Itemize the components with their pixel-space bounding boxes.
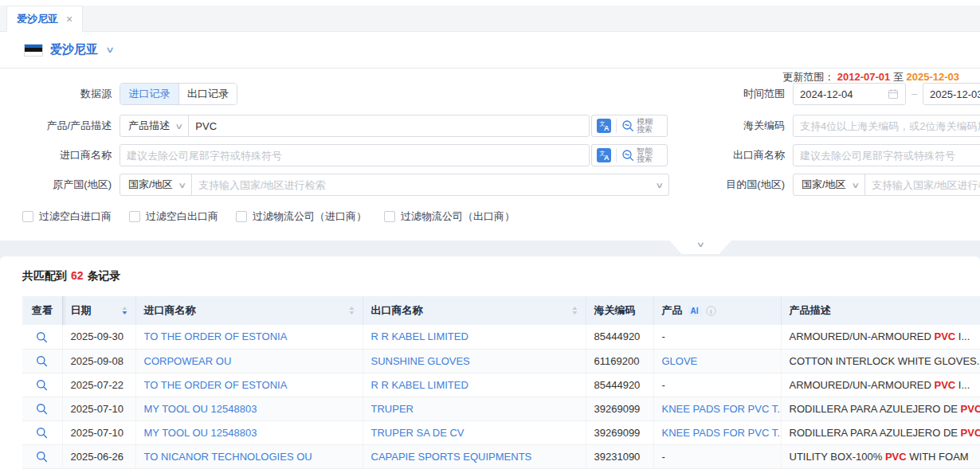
tab-estonia[interactable]: 爱沙尼亚 × — [6, 6, 83, 32]
date-end-input[interactable] — [930, 84, 980, 104]
origin-country-select-value: 国家/地区 — [128, 178, 173, 192]
exporter-field — [793, 144, 980, 166]
dest-country-input[interactable] — [872, 174, 980, 195]
dest-country-select[interactable]: 国家/地区 ∨ — [794, 174, 865, 195]
svg-text:A: A — [604, 154, 610, 162]
column-header-importer: 进口商名称 ▲▼ — [135, 296, 363, 325]
product-tag[interactable]: KNEE PADS FOR PVC T... — [662, 403, 782, 415]
product-tag: - — [662, 330, 665, 342]
row-hs-code: 39269099 — [586, 420, 653, 444]
update-range-end: 2025-12-03 — [907, 71, 960, 83]
exporter-link[interactable]: CAPAPIE SPORTS EQUIPMENTS — [371, 451, 532, 463]
fuzzy-search-button[interactable]: 模糊 搜索 — [621, 118, 653, 134]
calendar-icon[interactable] — [888, 88, 899, 100]
checkbox-icon[interactable] — [236, 211, 247, 222]
close-icon[interactable]: × — [66, 13, 73, 25]
translate-icon[interactable]: 文A — [597, 148, 611, 162]
chevron-down-icon: ∨ — [174, 122, 183, 131]
sort-date-button[interactable]: ▲▼ — [122, 306, 127, 315]
view-record-button[interactable] — [36, 379, 48, 391]
time-range-label: 时间范围 — [685, 83, 785, 105]
row-hs-code: 85444920 — [586, 325, 653, 349]
filter-checkboxes: 过滤空白进口商 过滤空白出口商 过滤物流公司（进口商） 过滤物流公司（出口商） — [22, 209, 515, 224]
date-start-input[interactable] — [800, 84, 888, 104]
exporter-label: 出口商名称 — [685, 144, 785, 166]
column-header-exporter-label: 出口商名称 — [371, 303, 423, 318]
exporter-input[interactable] — [800, 145, 980, 166]
row-hs-code: 85444920 — [586, 373, 653, 397]
checkbox-filter-blank-exporter[interactable]: 过滤空白出口商 — [129, 209, 218, 224]
importer-link[interactable]: MY TOOL OU 12548803 — [144, 403, 257, 415]
importer-link[interactable]: TO THE ORDER OF ESTONIA — [144, 379, 288, 391]
chevron-down-icon: ∨ — [655, 181, 664, 190]
product-tag: - — [662, 451, 665, 463]
importer-link[interactable]: TO THE ORDER OF ESTONIA — [144, 330, 288, 342]
product-input[interactable] — [195, 115, 582, 136]
table-row: 2025-07-10 MY TOOL OU 12548803 TRUPER 39… — [22, 397, 980, 420]
magnifier-icon — [36, 331, 48, 343]
exporter-link[interactable]: SUNSHINE GLOVES — [371, 355, 470, 367]
column-header-description: 产品描述 — [781, 296, 980, 325]
magnifier-icon — [36, 403, 48, 415]
product-type-select[interactable]: 产品描述 ∨ — [120, 115, 189, 136]
tab-title: 爱沙尼亚 — [17, 12, 58, 26]
importer-link[interactable]: CORPOWEAR OU — [144, 355, 232, 367]
magnifier-icon — [36, 451, 48, 463]
update-range-to: 至 — [893, 71, 904, 83]
view-record-button[interactable] — [36, 451, 48, 463]
importer-link[interactable]: TO NICANOR TECHNOLOGIES OU — [144, 451, 312, 463]
update-range-label: 更新范围： — [782, 71, 834, 83]
checkbox-icon[interactable] — [384, 211, 395, 222]
view-record-button[interactable] — [36, 331, 48, 343]
view-record-button[interactable] — [36, 427, 48, 439]
row-hs-code: 61169200 — [586, 349, 653, 373]
origin-country-input[interactable] — [198, 174, 657, 195]
dest-country-field: 国家/地区 ∨ — [793, 174, 980, 196]
importer-link[interactable]: MY TOOL OU 12548803 — [144, 427, 257, 439]
product-label: 产品/产品描述 — [0, 115, 112, 137]
product-tag[interactable]: KNEE PADS FOR PVC T... — [662, 427, 782, 439]
importer-field — [120, 144, 590, 166]
exporter-link[interactable]: R R KABEL LIMITED — [371, 330, 468, 342]
magnifier-icon — [36, 427, 48, 439]
column-header-product: 产品AI i — [653, 296, 781, 325]
smart-search-button[interactable]: 智能 搜索 — [621, 147, 653, 163]
chevron-down-icon: ∨ — [178, 181, 186, 190]
summary-prefix: 共匹配到 — [22, 269, 67, 282]
chevron-down-icon: ∨ — [851, 181, 860, 190]
row-date: 2025-09-30 — [62, 325, 135, 349]
checkbox-label: 过滤物流公司（出口商） — [401, 209, 515, 224]
translate-icon[interactable]: 文A — [597, 119, 611, 133]
exporter-link[interactable]: TRUPER SA DE CV — [371, 427, 465, 439]
origin-country-select[interactable]: 国家/地区 ∨ — [120, 174, 192, 195]
tab-import-records[interactable]: 进口记录 — [120, 84, 178, 104]
chevron-down-icon[interactable]: ∨ — [105, 45, 115, 55]
checkbox-filter-blank-importer[interactable]: 过滤空白进口商 — [22, 209, 112, 224]
info-icon[interactable]: i — [706, 306, 716, 316]
exporter-link[interactable]: TRUPER — [371, 403, 414, 415]
tab-bar: 爱沙尼亚 × — [0, 0, 980, 32]
view-record-button[interactable] — [36, 355, 48, 367]
checkbox-filter-logistics-exporter[interactable]: 过滤物流公司（出口商） — [384, 209, 515, 224]
exporter-link[interactable]: R R KABEL LIMITED — [371, 379, 468, 391]
importer-input[interactable] — [127, 145, 582, 166]
sort-exporter-button[interactable]: ▲▼ — [572, 306, 578, 315]
sort-importer-button[interactable]: ▲▼ — [349, 306, 355, 315]
table-row: 2025-07-22 TO THE ORDER OF ESTONIA R R K… — [22, 373, 980, 397]
checkbox-icon[interactable] — [129, 211, 140, 222]
checkbox-filter-logistics-importer[interactable]: 过滤物流公司（进口商） — [236, 209, 367, 224]
view-record-button[interactable] — [36, 403, 48, 415]
date-start-field — [793, 83, 906, 105]
checkbox-icon[interactable] — [22, 211, 33, 222]
tab-export-records[interactable]: 出口记录 — [178, 84, 237, 104]
row-description: RODILLERA PARA AZULEJERO DE PVC — [781, 420, 980, 444]
hs-code-input[interactable] — [800, 115, 980, 136]
product-tag: - — [662, 379, 665, 391]
country-header: 爱沙尼亚 ∨ — [0, 32, 980, 68]
table-row: 2025-09-30 TO THE ORDER OF ESTONIA R R K… — [22, 325, 980, 349]
magnifier-icon — [36, 355, 48, 367]
product-tag[interactable]: GLOVE — [662, 355, 698, 367]
importer-label: 进口商名称 — [0, 144, 112, 166]
checkbox-label: 过滤空白出口商 — [146, 209, 218, 224]
update-range-start: 2012-07-01 — [837, 71, 891, 83]
